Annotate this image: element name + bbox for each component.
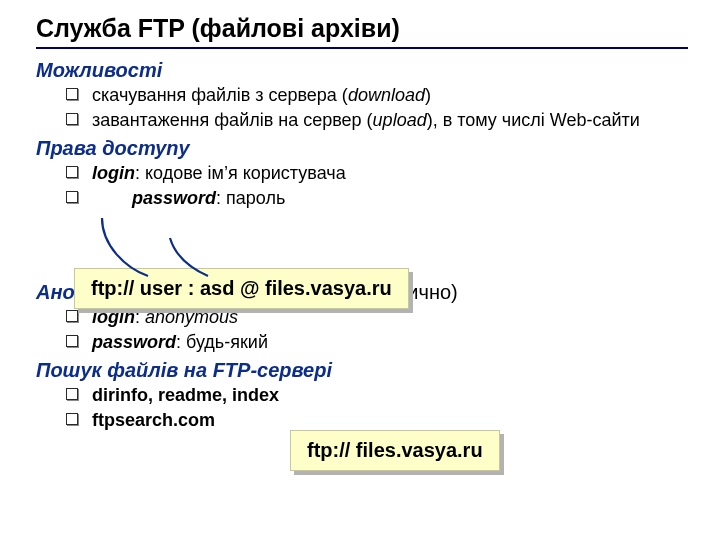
square-bullet-icon <box>66 388 78 400</box>
square-bullet-icon <box>66 191 78 203</box>
square-bullet-icon <box>66 166 78 178</box>
ftp-url-callout-anon: ftp:// files.vasya.ru <box>290 430 500 471</box>
square-bullet-icon <box>66 88 78 100</box>
section-heading: Пошук файлів на FTP-сервері <box>36 359 332 381</box>
spacer <box>36 215 688 275</box>
section-access: Права доступу login: кодове ім’я користу… <box>36 137 688 209</box>
list: login: кодове ім’я користувача password:… <box>36 162 688 209</box>
list-item: login: anonymous <box>36 306 688 329</box>
section-heading: Можливості <box>36 59 162 81</box>
list-item: login: кодове ім’я користувача <box>36 162 688 185</box>
list-item: password: будь-який <box>36 331 688 354</box>
section-heading: Права доступу <box>36 137 190 159</box>
slide-title: Служба FTP (файлові архіви) <box>36 14 688 43</box>
list-item: password: пароль <box>36 187 688 210</box>
list-item: скачування файлів з сервера (download) <box>36 84 688 107</box>
title-underline <box>36 47 688 49</box>
square-bullet-icon <box>66 310 78 322</box>
list-item: ftpsearch.com <box>36 409 688 432</box>
list-item: dirinfo, readme, index <box>36 384 688 407</box>
square-bullet-icon <box>66 413 78 425</box>
section-capabilities: Можливості скачування файлів з сервера (… <box>36 59 688 131</box>
list: dirinfo, readme, index ftpsearch.com <box>36 384 688 431</box>
list: скачування файлів з сервера (download) з… <box>36 84 688 131</box>
square-bullet-icon <box>66 113 78 125</box>
list-item: завантаження файлів на сервер (upload), … <box>36 109 688 132</box>
section-search: Пошук файлів на FTP-сервері dirinfo, rea… <box>36 359 688 431</box>
ftp-url-callout-auth: ftp:// user : asd @ files.vasya.ru <box>74 268 409 309</box>
list: login: anonymous password: будь-який <box>36 306 688 353</box>
square-bullet-icon <box>66 335 78 347</box>
